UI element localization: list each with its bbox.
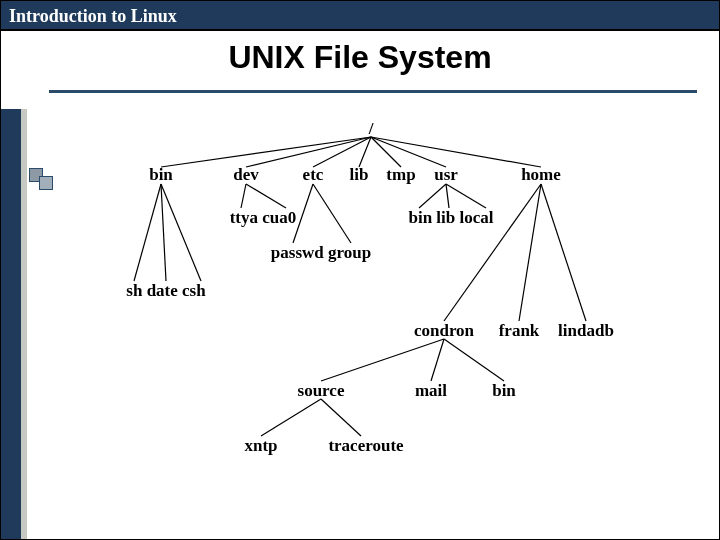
node-usr-children: bin lib local bbox=[408, 208, 493, 228]
header-bar: Introduction to Linux bbox=[1, 1, 719, 31]
node-bin-children: sh date csh bbox=[126, 281, 205, 301]
node-xntp: xntp bbox=[244, 436, 277, 456]
svg-line-9 bbox=[161, 184, 201, 281]
svg-line-16 bbox=[446, 184, 486, 208]
svg-line-15 bbox=[446, 184, 449, 208]
node-tmp: tmp bbox=[386, 165, 415, 185]
svg-line-20 bbox=[321, 339, 444, 381]
svg-line-11 bbox=[246, 184, 286, 208]
svg-line-7 bbox=[134, 184, 161, 281]
left-rail-shadow bbox=[21, 109, 27, 540]
node-etc: etc bbox=[303, 165, 324, 185]
header-title: Introduction to Linux bbox=[9, 6, 177, 26]
title-divider bbox=[49, 90, 697, 93]
node-lindadb: lindadb bbox=[558, 321, 614, 341]
node-dev-children: ttya cua0 bbox=[230, 208, 297, 228]
node-bin: bin bbox=[149, 165, 173, 185]
node-mail: mail bbox=[415, 381, 447, 401]
svg-line-17 bbox=[444, 184, 541, 321]
node-condron: condron bbox=[414, 321, 474, 341]
node-source: source bbox=[298, 381, 345, 401]
svg-line-3 bbox=[359, 137, 371, 167]
svg-line-14 bbox=[419, 184, 446, 208]
node-root: / bbox=[369, 119, 374, 139]
svg-line-21 bbox=[431, 339, 444, 381]
svg-line-24 bbox=[321, 399, 361, 436]
svg-line-10 bbox=[241, 184, 246, 208]
node-traceroute: traceroute bbox=[328, 436, 403, 456]
svg-line-23 bbox=[261, 399, 321, 436]
svg-line-8 bbox=[161, 184, 166, 281]
node-usr: usr bbox=[434, 165, 458, 185]
node-frank: frank bbox=[499, 321, 540, 341]
left-rail bbox=[1, 109, 21, 539]
slide-title: UNIX File System bbox=[1, 39, 719, 76]
node-lib: lib bbox=[350, 165, 369, 185]
svg-line-19 bbox=[541, 184, 586, 321]
node-condron-bin: bin bbox=[492, 381, 516, 401]
svg-line-13 bbox=[313, 184, 351, 243]
svg-line-22 bbox=[444, 339, 504, 381]
filesystem-tree-diagram: / bin dev etc lib tmp usr home ttya cua0… bbox=[31, 111, 691, 531]
node-dev: dev bbox=[233, 165, 259, 185]
svg-line-18 bbox=[519, 184, 541, 321]
svg-line-5 bbox=[371, 137, 446, 167]
node-etc-children: passwd group bbox=[271, 243, 371, 263]
node-home: home bbox=[521, 165, 561, 185]
